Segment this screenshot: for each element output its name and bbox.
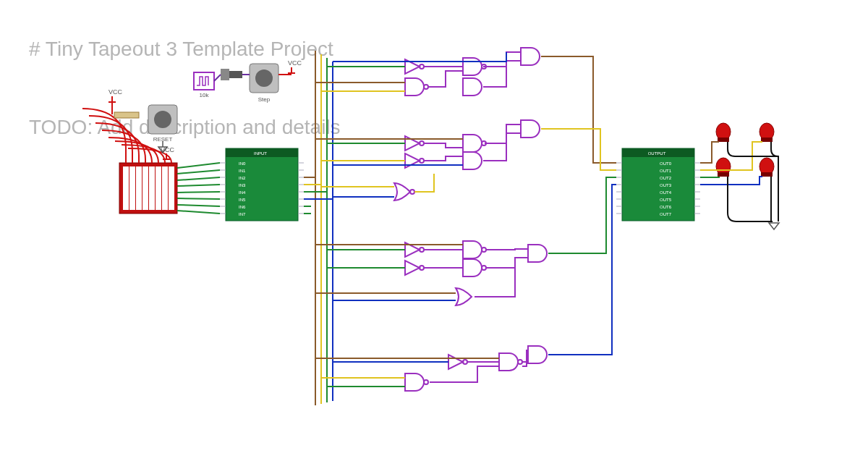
svg-text:OUT2: OUT2 [660,176,672,180]
svg-rect-92 [718,172,729,177]
led-3 [760,158,774,177]
svg-text:IN4: IN4 [239,190,246,195]
resistor [114,112,139,118]
logic-group-1 [405,48,540,96]
svg-text:IN6: IN6 [239,205,246,209]
clock-step-area: 10k Step VCC [194,59,302,103]
vcc-reset-area: VCC RESET [109,88,177,153]
led-0 [716,123,731,142]
svg-rect-57 [149,166,155,210]
svg-rect-60 [169,166,174,210]
svg-text:VCC: VCC [288,59,302,67]
slide-switch[interactable] [221,69,242,80]
svg-text:IN3: IN3 [239,183,246,187]
svg-text:10k: 10k [200,92,210,98]
svg-text:OUT0: OUT0 [660,161,672,166]
svg-rect-59 [162,166,168,210]
svg-text:OUT4: OUT4 [660,190,672,195]
svg-rect-76 [221,69,229,80]
svg-text:Step: Step [258,96,271,103]
logic-group-4 [405,346,547,391]
svg-text:OUT5: OUT5 [660,198,672,202]
svg-line-67 [177,205,220,206]
input-block: INPUT IN0 IN1 IN2 IN3 IN4 IN5 IN6 IN7 [220,148,304,221]
svg-text:IN2: IN2 [239,176,246,180]
svg-rect-0 [226,148,298,221]
led-1 [760,123,774,142]
step-button[interactable]: Step [250,64,278,103]
svg-rect-53 [123,166,129,210]
logic-group-3 [405,241,547,305]
svg-text:OUT7: OUT7 [660,212,672,216]
svg-rect-56 [142,166,148,210]
svg-line-61 [177,163,220,168]
svg-text:IN0: IN0 [239,161,246,166]
svg-text:IN7: IN7 [239,212,246,216]
svg-text:OUT3: OUT3 [660,183,672,187]
svg-line-81 [214,75,221,81]
svg-rect-54 [129,166,135,210]
wire-bus [304,51,616,405]
svg-rect-55 [136,166,142,210]
svg-text:OUT1: OUT1 [660,169,672,173]
svg-text:VCC: VCC [109,88,123,96]
svg-line-63 [177,177,220,180]
input-block-title: INPUT [254,151,267,156]
led-2 [716,158,731,177]
schematic-canvas: INPUT IN0 IN1 IN2 IN3 IN4 IN5 IN6 IN7 [0,0,868,456]
svg-point-78 [255,69,273,87]
svg-text:OUT6: OUT6 [660,205,672,209]
svg-line-66 [177,198,220,199]
vcc-label-dip: VCC [161,146,175,153]
clock-icon [194,72,214,90]
svg-line-62 [177,170,220,174]
svg-rect-90 [761,138,773,142]
svg-rect-88 [718,138,729,142]
output-block-title: OUTPUT [648,151,666,156]
svg-rect-26 [622,148,694,221]
reset-button[interactable]: RESET [148,105,177,143]
svg-line-68 [177,211,220,214]
svg-line-64 [177,185,220,186]
svg-rect-58 [156,166,161,210]
svg-line-65 [177,192,220,193]
svg-rect-94 [761,172,773,177]
svg-text:IN5: IN5 [239,198,246,202]
svg-text:IN1: IN1 [239,169,246,173]
svg-point-72 [154,111,171,128]
logic-group-2 [394,120,540,200]
ground-icon [769,223,779,229]
led-array [700,123,779,229]
output-block: OUTPUT OUT0 OUT1 OUT2 OUT3 OUT4 OUT5 OUT… [616,148,700,221]
